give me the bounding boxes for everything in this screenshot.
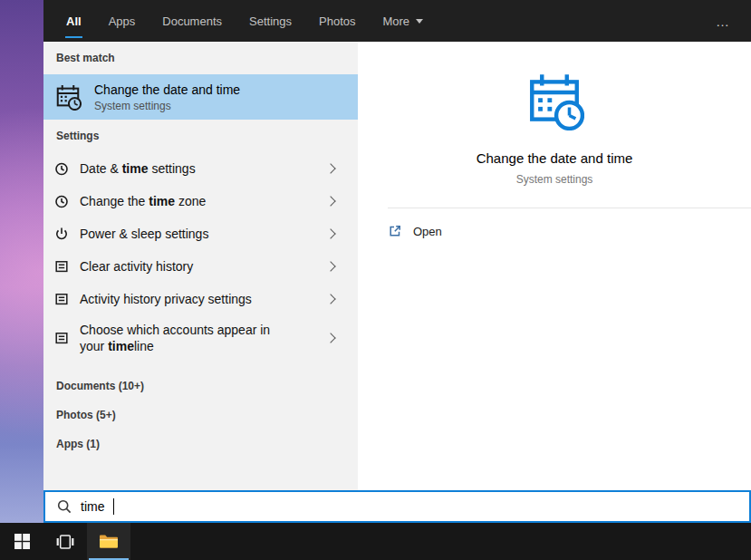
- tab-all[interactable]: All: [53, 0, 95, 42]
- search-query-text: time: [81, 499, 104, 514]
- open-external-icon: [388, 224, 402, 238]
- tab-more[interactable]: More: [369, 0, 437, 42]
- result-date-time-settings[interactable]: Date & time settings: [43, 152, 358, 185]
- text-caret: [113, 498, 114, 515]
- result-label: Date & time settings: [80, 160, 196, 177]
- result-label: Change the time zone: [80, 193, 206, 209]
- best-match-subtitle: System settings: [94, 100, 240, 112]
- preview-title: Change the date and time: [477, 150, 633, 166]
- tab-apps[interactable]: Apps: [95, 0, 149, 42]
- result-power-sleep-settings[interactable]: Power & sleep settings: [43, 217, 358, 250]
- taskbar: [0, 523, 751, 560]
- file-explorer-button[interactable]: [87, 523, 130, 560]
- search-filter-tabs: All Apps Documents Settings Photos More …: [43, 0, 751, 42]
- result-accounts-timeline[interactable]: Choose which accounts appear in your tim…: [43, 315, 358, 361]
- tab-settings[interactable]: Settings: [236, 0, 305, 42]
- result-label: Clear activity history: [80, 258, 193, 275]
- desktop-wallpaper: [0, 0, 43, 523]
- result-label: Power & sleep settings: [80, 226, 208, 242]
- chevron-right-icon: [325, 228, 335, 238]
- calendar-clock-icon: [54, 83, 82, 111]
- best-match-result[interactable]: Change the date and time System settings: [43, 74, 358, 120]
- documents-group-header[interactable]: Documents (10+): [43, 372, 358, 401]
- result-change-time-zone[interactable]: Change the time zone: [43, 185, 358, 217]
- chevron-right-icon: [325, 196, 335, 206]
- chevron-down-icon: [416, 19, 423, 24]
- result-label: Choose which accounts appear in your tim…: [80, 322, 283, 354]
- chevron-right-icon: [325, 294, 335, 304]
- task-view-icon: [56, 533, 74, 551]
- best-match-text: Change the date and time System settings: [94, 82, 240, 112]
- apps-group-header[interactable]: Apps (1): [43, 430, 358, 459]
- preview-subtitle: System settings: [516, 173, 593, 186]
- chevron-right-icon: [325, 261, 335, 271]
- settings-group-header: Settings: [43, 120, 358, 152]
- result-clear-activity-history[interactable]: Clear activity history: [43, 250, 358, 283]
- activity-history-icon: [54, 292, 71, 306]
- search-icon: [57, 499, 72, 514]
- best-match-header: Best match: [43, 42, 358, 74]
- preview-hero: Change the date and time System settings: [358, 42, 751, 186]
- clock-icon: [54, 161, 71, 176]
- tab-more-label: More: [382, 14, 409, 28]
- windows-logo-icon: [14, 534, 30, 549]
- power-icon: [54, 227, 71, 241]
- chevron-right-icon: [325, 163, 335, 173]
- photos-group-header[interactable]: Photos (5+): [43, 401, 358, 430]
- search-flyout: All Apps Documents Settings Photos More …: [43, 0, 751, 523]
- clock-icon: [54, 194, 71, 208]
- file-explorer-folder-icon: [99, 534, 119, 549]
- best-match-title: Change the date and time: [94, 82, 240, 97]
- open-action[interactable]: Open: [358, 208, 751, 238]
- result-label: Activity history privacy settings: [80, 291, 252, 307]
- activity-history-icon: [54, 259, 71, 274]
- tab-documents[interactable]: Documents: [149, 0, 236, 42]
- start-button[interactable]: [0, 523, 43, 560]
- overflow-menu-button[interactable]: …: [696, 0, 751, 42]
- chevron-right-icon: [325, 333, 335, 343]
- open-action-label: Open: [413, 225, 442, 238]
- results-panel: Best match Change the date and time: [43, 42, 358, 490]
- task-view-button[interactable]: [43, 523, 87, 560]
- preview-panel: Change the date and time System settings…: [358, 42, 751, 490]
- desktop: All Apps Documents Settings Photos More …: [0, 0, 751, 560]
- tab-photos[interactable]: Photos: [305, 0, 369, 42]
- activity-history-icon: [54, 331, 71, 345]
- calendar-clock-icon: [525, 71, 584, 130]
- search-input[interactable]: time: [43, 490, 751, 523]
- result-activity-history-privacy[interactable]: Activity history privacy settings: [43, 283, 358, 315]
- search-results-area: Best match Change the date and time: [43, 42, 751, 490]
